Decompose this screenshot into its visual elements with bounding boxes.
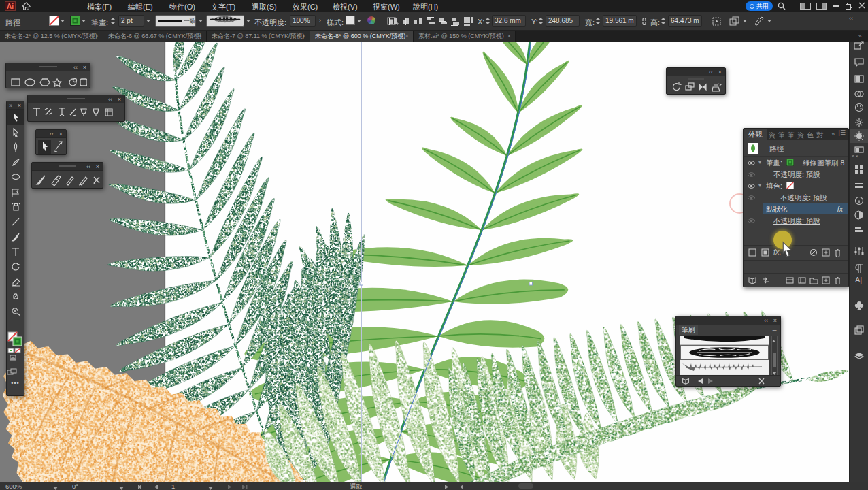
svg-text:A|: A|	[855, 276, 862, 284]
